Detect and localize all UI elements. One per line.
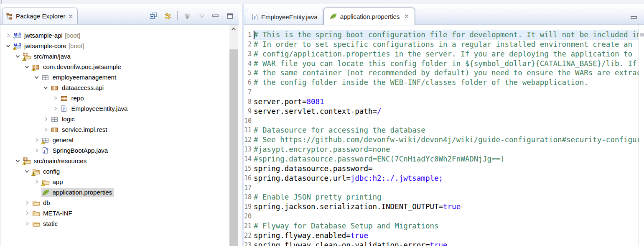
maximize-view-button[interactable] (225, 11, 234, 20)
code-line-6[interactable]: 6# the config folder inside the WEB-INF/… (244, 78, 644, 87)
chevron-down-icon[interactable] (43, 85, 48, 90)
code-line-2[interactable]: 2# In order to set specific configuratio… (244, 40, 644, 49)
code-text[interactable]: # the same container (not recommended by… (253, 68, 644, 78)
chevron-down-icon[interactable] (24, 169, 30, 174)
tree-item-content[interactable]: db (32, 198, 52, 208)
tree-item-logic[interactable]: logic (0, 114, 229, 124)
code-line-1[interactable]: 1# This is the spring boot configuration… (244, 30, 644, 40)
code-text[interactable]: # In order to set specific configuration… (253, 40, 644, 49)
tree-item-content[interactable]: com.devonfw.poc.jwtsample (32, 62, 123, 72)
code-text[interactable]: server.servlet.context-path=/ (253, 107, 644, 116)
panel-divider[interactable] (239, 4, 242, 246)
tree-item-employeeentity-java[interactable]: JEmployeeEntity.java (0, 103, 229, 114)
tree-item-jwtsample-core[interactable]: MSjwtsample-core[boot] (0, 41, 229, 51)
tree-item-springbootapp-java[interactable]: JSSpringBootApp.java (0, 145, 229, 156)
tree-item-db[interactable]: db (0, 197, 229, 208)
tree-item-content[interactable]: static (32, 219, 60, 228)
chevron-right-icon[interactable] (34, 148, 39, 153)
chevron-down-icon[interactable] (24, 64, 30, 69)
code-line-13[interactable]: 13#jasypt.encryptor.password=none (244, 145, 644, 154)
code-line-23[interactable]: 23spring.flyway.clean-on-validation-erro… (244, 241, 644, 246)
overview-ruler[interactable] (639, 25, 644, 246)
tree-item-jwtsample-api[interactable]: MS1jwtsample-api[boot] (0, 30, 229, 41)
tree-scrollbar[interactable] (229, 25, 238, 246)
code-line-19[interactable]: 19spring.jackson.serialization.INDENT_OU… (244, 202, 644, 212)
tree-item-dataaccess-api[interactable]: dataaccess.api (0, 82, 229, 93)
selected-tree-item[interactable]: application.properties (41, 188, 115, 197)
code-line-11[interactable]: 11# Datasource for accessing the databas… (244, 126, 644, 135)
tree-item-content[interactable]: repo (60, 94, 86, 103)
code-line-14[interactable]: 14#spring.datasource.password=ENC(7CnHia… (244, 154, 644, 164)
chevron-right-icon[interactable] (53, 106, 58, 111)
code-line-22[interactable]: 22spring.flyway.enabled=true (244, 231, 644, 241)
tree-item-content[interactable]: general (41, 136, 76, 145)
overview-annotation-marker[interactable] (640, 33, 644, 36)
chevron-right-icon[interactable] (34, 179, 39, 184)
code-line-12[interactable]: 12# See https://github.com/devonfw-wiki/… (244, 135, 644, 145)
code-text[interactable]: spring.flyway.enabled=true (253, 231, 644, 241)
tree-item-content[interactable]: src/main/resources (23, 156, 89, 166)
chevron-down-icon[interactable] (15, 54, 20, 59)
code-line-9[interactable]: 9server.servlet.context-path=/ (244, 107, 644, 116)
chevron-right-icon[interactable] (43, 127, 48, 132)
code-text[interactable] (253, 116, 644, 126)
chevron-right-icon[interactable] (5, 33, 11, 38)
code-line-17[interactable]: 17 (244, 183, 644, 193)
code-text[interactable]: server.port=8081 (253, 97, 644, 107)
tree-item-content[interactable]: src/main/java (23, 52, 73, 61)
tree-item-app[interactable]: app (0, 177, 229, 187)
tree-item-com-devonfw-poc-jwtsample[interactable]: com.devonfw.poc.jwtsample (0, 62, 229, 72)
code-text[interactable]: # Datasource for accessing the database (253, 126, 644, 135)
code-text[interactable] (253, 212, 644, 221)
code-line-16[interactable]: 16spring.datasource.url=jdbc:h2:./.jwtsa… (244, 174, 644, 183)
tree-item-content[interactable]: META-INF (32, 209, 74, 218)
code-line-5[interactable]: 5# the same container (not recommended b… (244, 68, 644, 78)
editor-tab-application-properties[interactable]: application.properties (323, 8, 415, 25)
scrollbar-thumb[interactable] (229, 49, 238, 246)
tree-item-employeemanagement[interactable]: employeemanagement (0, 72, 229, 82)
code-text[interactable]: #spring.datasource.password=ENC(7CnHiadY… (253, 154, 644, 164)
tree-item-meta-inf[interactable]: META-INF (0, 208, 229, 218)
chevron-right-icon[interactable] (24, 210, 30, 216)
tree-item-content[interactable]: employeemanagement (41, 73, 119, 82)
tree-item-repo[interactable]: repo (0, 93, 229, 103)
tree-item-static[interactable]: static (0, 218, 229, 229)
tab-package-explorer[interactable]: Package Explorer (2, 8, 78, 24)
tree-item-service-impl-rest[interactable]: service.impl.rest (0, 124, 229, 135)
focus-on-active-task-button[interactable] (183, 11, 192, 20)
code-text[interactable]: spring.datasource.password= (253, 164, 644, 174)
code-line-4[interactable]: 4# WAR file you can locate this config f… (244, 59, 644, 69)
tree-item-content[interactable]: logic (51, 115, 77, 124)
code-text[interactable]: spring.jackson.serialization.INDENT_OUTP… (253, 202, 644, 212)
tree-item-config[interactable]: config (0, 166, 229, 177)
tree-item-content[interactable]: JSSpringBootApp.java (41, 146, 110, 155)
code-text[interactable]: # See https://github.com/devonfw-wiki/de… (253, 135, 644, 145)
minimize-view-button[interactable] (211, 11, 220, 20)
tree-item-content[interactable]: dataaccess.api (51, 83, 106, 92)
code-line-15[interactable]: 15spring.datasource.password= (244, 164, 644, 174)
code-text[interactable]: # This is the spring boot configuration … (253, 30, 644, 40)
code-text[interactable]: spring.datasource.url=jdbc:h2:./.jwtsamp… (253, 174, 644, 183)
tree-item-application-properties[interactable]: application.properties (0, 187, 229, 197)
code-line-20[interactable]: 20 (244, 212, 644, 221)
link-with-editor-button[interactable] (163, 11, 172, 20)
code-text[interactable]: # Flyway for Database Setup and Migratio… (253, 221, 644, 231)
code-line-8[interactable]: 8server.port=8081 (244, 97, 644, 107)
chevron-down-icon[interactable] (34, 74, 39, 80)
chevron-down-icon[interactable] (15, 158, 20, 164)
code-line-10[interactable]: 10 (244, 116, 644, 126)
tree-item-general[interactable]: general (0, 135, 229, 145)
tree-item-content[interactable]: service.impl.rest (51, 125, 109, 134)
code-text[interactable]: # Enable JSON pretty printing (253, 192, 644, 202)
code-text[interactable]: # WAR file you can locate this config fo… (253, 59, 644, 69)
chevron-right-icon[interactable] (34, 137, 39, 143)
tree-item-content[interactable]: MSjwtsample-core[boot] (13, 41, 86, 51)
minimize-editor-icon[interactable] (631, 15, 637, 20)
tree-item-content[interactable]: MS1jwtsample-api[boot] (13, 31, 82, 40)
tree-item-content[interactable]: config (32, 167, 62, 176)
chevron-right-icon[interactable] (53, 95, 58, 101)
code-line-3[interactable]: 3# config/application.properties in the … (244, 49, 644, 59)
view-menu-button[interactable] (197, 11, 206, 20)
code-text[interactable]: #jasypt.encryptor.password=none (253, 145, 644, 154)
collapse-all-button[interactable] (149, 11, 158, 20)
